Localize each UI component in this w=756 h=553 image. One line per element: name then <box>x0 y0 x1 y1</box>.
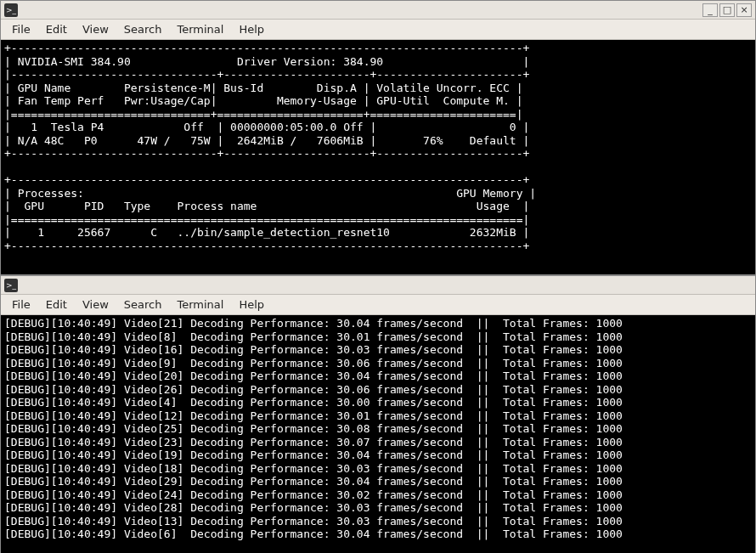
menubar-1: File Edit View Search Terminal Help <box>1 20 755 40</box>
menu-search[interactable]: Search <box>116 296 170 313</box>
menu-help[interactable]: Help <box>231 296 272 313</box>
menu-edit[interactable]: Edit <box>38 20 75 38</box>
terminal-output-debug[interactable]: [DEBUG][10:40:49] Video[21] Decoding Per… <box>1 315 755 553</box>
menu-terminal[interactable]: Terminal <box>169 296 231 313</box>
menu-terminal[interactable]: Terminal <box>169 20 231 38</box>
menu-file[interactable]: File <box>4 20 38 38</box>
menu-view[interactable]: View <box>75 296 116 313</box>
menu-file[interactable]: File <box>4 296 38 313</box>
menu-help[interactable]: Help <box>231 20 272 38</box>
terminal-output-nvidiasmi[interactable]: +---------------------------------------… <box>1 40 755 274</box>
menu-view[interactable]: View <box>75 20 116 38</box>
titlebar-2: >_ <box>1 276 755 295</box>
terminal-icon: >_ <box>4 3 18 17</box>
minimize-button[interactable]: _ <box>702 3 718 17</box>
menu-edit[interactable]: Edit <box>38 296 75 313</box>
menubar-2: File Edit View Search Terminal Help <box>1 295 755 315</box>
maximize-button[interactable]: □ <box>719 3 735 17</box>
titlebar-1: >_ _ □ × <box>1 1 755 20</box>
menu-search[interactable]: Search <box>116 20 170 38</box>
close-button[interactable]: × <box>736 3 752 17</box>
terminal-icon: >_ <box>4 279 18 292</box>
